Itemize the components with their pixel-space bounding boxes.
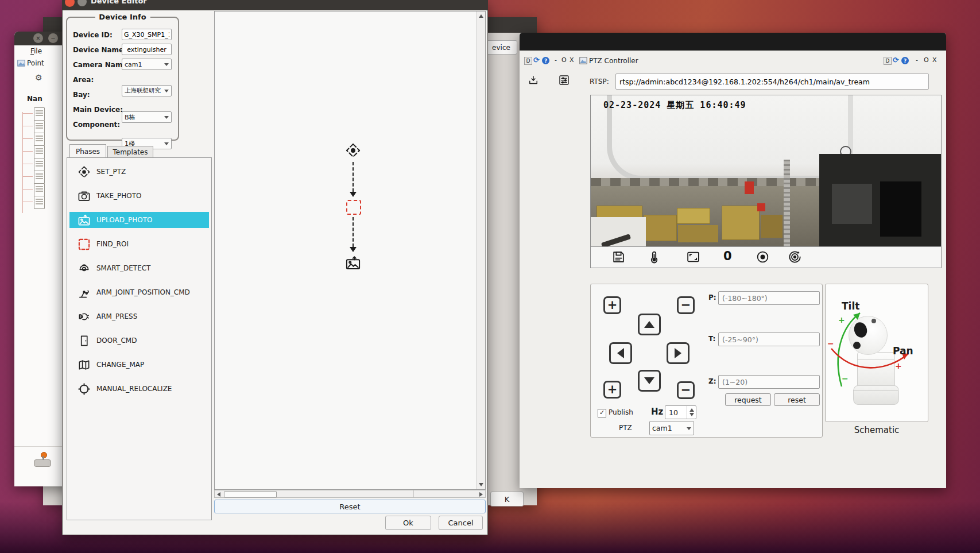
ptz-select-label: PTZ bbox=[619, 424, 632, 432]
phase-item-change-map[interactable]: CHANGE_MAP bbox=[69, 357, 209, 373]
zoom-label: Z: bbox=[708, 377, 716, 385]
pan-plus-button[interactable]: + bbox=[603, 296, 621, 314]
ok-button[interactable]: Ok bbox=[385, 516, 431, 530]
reset-ptz-button[interactable]: reset bbox=[774, 393, 820, 406]
sliders-icon[interactable] bbox=[559, 75, 570, 86]
rtsp-input[interactable] bbox=[615, 74, 929, 90]
minimize-button[interactable]: - bbox=[916, 56, 918, 64]
scroll-up-icon[interactable] bbox=[479, 14, 483, 18]
tilt-input[interactable] bbox=[718, 332, 820, 346]
close-button[interactable]: X bbox=[570, 56, 574, 64]
scrollbar-thumb[interactable] bbox=[224, 491, 277, 498]
download-icon[interactable] bbox=[528, 75, 539, 86]
reset-button[interactable]: Reset bbox=[214, 500, 486, 513]
cancel-button[interactable]: Cancel bbox=[439, 516, 483, 530]
joystick-icon[interactable] bbox=[34, 451, 50, 466]
robot-arm-icon bbox=[78, 286, 91, 299]
thermometer-icon[interactable] bbox=[647, 250, 661, 264]
scroll-down-icon[interactable] bbox=[479, 483, 483, 486]
tab-phases[interactable]: Phases bbox=[69, 144, 106, 158]
ok-button-fragment[interactable]: K bbox=[490, 492, 524, 506]
close-icon[interactable] bbox=[65, 0, 75, 7]
hz-label: Hz bbox=[651, 407, 663, 417]
request-button[interactable]: request bbox=[725, 393, 771, 406]
flow-node-upload-photo[interactable] bbox=[345, 255, 361, 271]
phase-item-manual-relocalize[interactable]: MANUAL_RELOCALIZE bbox=[69, 381, 209, 397]
camera-name-select[interactable]: cam1 bbox=[122, 59, 172, 70]
phase-item-find-roi[interactable]: FIND_ROI bbox=[69, 236, 209, 252]
camera-rotate-icon[interactable] bbox=[788, 250, 802, 264]
file-menu[interactable]: FFileile bbox=[30, 47, 42, 55]
ptz-move-icon bbox=[78, 165, 91, 179]
device-button-fragment[interactable]: evice bbox=[485, 40, 517, 55]
spinner-down-icon[interactable] bbox=[690, 413, 694, 416]
camera-select[interactable]: cam1 bbox=[649, 421, 694, 435]
pan-input[interactable] bbox=[718, 291, 820, 305]
scroll-right-icon[interactable] bbox=[479, 492, 483, 497]
zoom-input[interactable] bbox=[718, 375, 820, 389]
pan-minus-button[interactable]: − bbox=[677, 296, 695, 314]
horizontal-scrollbar[interactable] bbox=[214, 490, 486, 498]
door-icon bbox=[78, 334, 91, 347]
zoom-in-button[interactable]: + bbox=[603, 381, 621, 399]
video-feed[interactable]: 02-23-2024 星期五 16:40:49 bbox=[591, 95, 941, 247]
record-icon[interactable] bbox=[756, 250, 770, 264]
scroll-left-icon[interactable] bbox=[217, 492, 220, 497]
save-icon[interactable] bbox=[611, 250, 626, 264]
gear-icon[interactable]: ⚙ bbox=[35, 73, 42, 82]
phase-item-smart-detect[interactable]: SMART_DETECT bbox=[69, 260, 209, 276]
point-panel-title: Point bbox=[17, 59, 44, 67]
chevron-down-icon bbox=[164, 142, 169, 145]
help-icon[interactable]: ? bbox=[901, 57, 909, 64]
help-icon[interactable]: ? bbox=[542, 57, 549, 64]
close-icon[interactable]: × bbox=[33, 33, 43, 43]
maximize-button[interactable]: O bbox=[924, 56, 929, 64]
phase-item-upload-photo[interactable]: UPLOAD_PHOTO bbox=[69, 212, 209, 228]
device-name-input[interactable] bbox=[122, 44, 172, 55]
pan-left-button[interactable] bbox=[609, 342, 632, 364]
dock-button[interactable]: D bbox=[884, 57, 892, 65]
refresh-icon[interactable]: ⟳ bbox=[533, 56, 540, 64]
name-column-header: Nan bbox=[27, 95, 42, 103]
tilt-label: T: bbox=[708, 335, 715, 343]
image-icon bbox=[17, 60, 25, 67]
tilt-down-button[interactable] bbox=[638, 370, 661, 392]
phase-item-arm-press[interactable]: ARM_PRESS bbox=[69, 308, 209, 324]
phase-item-take-photo[interactable]: TAKE_PHOTO bbox=[69, 188, 209, 204]
minimize-icon[interactable]: − bbox=[48, 33, 58, 43]
phase-item-arm-joint-position-cmd[interactable]: ARM_JOINT_POSITION_CMD bbox=[69, 284, 209, 300]
fullscreen-icon[interactable] bbox=[686, 250, 700, 264]
editor-titlebar: Device Editor bbox=[62, 0, 488, 10]
tab-templates[interactable]: Templates bbox=[107, 146, 153, 158]
hz-spinner[interactable]: 10 bbox=[665, 405, 696, 419]
refresh-icon[interactable]: ⟳ bbox=[893, 56, 899, 64]
flow-connector bbox=[353, 162, 354, 192]
bay-select[interactable]: B栋 bbox=[122, 111, 172, 123]
flow-node-find-roi[interactable] bbox=[346, 200, 361, 215]
flow-arrowhead bbox=[350, 247, 357, 252]
tilt-up-button[interactable] bbox=[638, 314, 661, 335]
minimize-button[interactable]: - bbox=[555, 56, 557, 64]
publish-checkbox[interactable]: ✓ bbox=[598, 409, 606, 417]
minimize-icon[interactable] bbox=[78, 0, 87, 6]
spinner-up-icon[interactable] bbox=[690, 408, 694, 412]
tilt-label: Tilt bbox=[842, 300, 859, 312]
phase-item-set-ptz[interactable]: SET_PTZ bbox=[69, 164, 209, 180]
maximize-button[interactable]: O bbox=[561, 56, 567, 64]
flow-canvas[interactable] bbox=[214, 11, 486, 490]
zoom-out-button[interactable]: − bbox=[677, 381, 695, 399]
flow-node-set-ptz[interactable] bbox=[345, 142, 361, 158]
phases-panel: SET_PTZ TAKE_PHOTO UPLOAD_PHOTO FIND_ROI… bbox=[67, 157, 212, 520]
pan-minus: − bbox=[827, 339, 834, 348]
close-button[interactable]: X bbox=[932, 56, 937, 64]
dock-button[interactable]: D bbox=[524, 57, 532, 65]
device-id-input[interactable] bbox=[122, 29, 172, 40]
area-select[interactable]: 上海联想研究 bbox=[122, 85, 172, 96]
phase-item-door-cmd[interactable]: DOOR_CMD bbox=[69, 332, 209, 349]
video-toolbar: 0 bbox=[591, 246, 941, 268]
pan-label: P: bbox=[708, 293, 716, 301]
vertical-scrollbar[interactable] bbox=[477, 11, 485, 489]
relocalize-icon bbox=[78, 382, 91, 396]
ptz-window: D ⟳ ? - O X PTZ Controller D ⟳ ? - O X R… bbox=[520, 33, 946, 488]
pan-right-button[interactable] bbox=[667, 342, 690, 364]
